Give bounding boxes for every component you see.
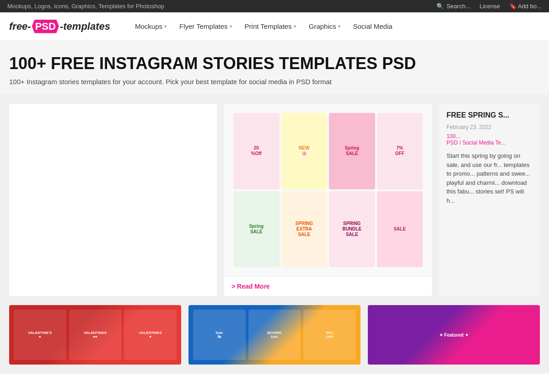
main-content: 20%Off NEW🌸 SpringSALE 7%OFF SpringSALE …: [0, 95, 549, 305]
valentine-card-inner: VALENTINE'S♥ VALENTINES♥♥ VALENTINES♥: [9, 305, 181, 365]
add-bookmark-label: Add bo...: [518, 3, 542, 10]
chevron-down-icon: ▾: [338, 24, 340, 29]
search-area[interactable]: 🔍 Search...: [436, 3, 470, 10]
featured-tag2[interactable]: PSD / Social Media Te...: [447, 140, 506, 146]
spring-card-7: SPRINGBUNDLESALE: [329, 191, 375, 268]
nav-flyer-label: Flyer Templates: [179, 22, 228, 30]
chevron-down-icon: ▾: [230, 24, 232, 29]
valentine-sub-1: VALENTINE'S♥: [14, 310, 66, 360]
license-link[interactable]: License: [479, 3, 500, 10]
spring-card-1: 20%Off: [233, 113, 280, 189]
hero-section: 100+ FREE INSTAGRAM STORIES TEMPLATES PS…: [0, 41, 549, 95]
spring-card-3: SpringSALE: [329, 113, 375, 189]
boxing-sub-2: BOXINGDAY: [248, 310, 301, 360]
featured-description: Start this spring by going on sale, and …: [447, 151, 533, 205]
featured-tags: 100... PSD / Social Media Te...: [447, 133, 533, 146]
main-nav: Mockups ▾ Flyer Templates ▾ Print Templa…: [129, 19, 399, 34]
read-more-link[interactable]: > Read More: [231, 283, 270, 290]
page-subtitle: 100+ Instagram stories templates for you…: [9, 78, 540, 86]
boxing-card-inner: Sale🛍 BOXINGDAY 50%OFF: [188, 305, 361, 365]
nav-mockups-label: Mockups: [135, 22, 162, 30]
card-image-area: 20%Off NEW🌸 SpringSALE 7%OFF SpringSALE …: [224, 104, 432, 276]
logo-psd-box: PSD: [32, 20, 59, 33]
header: free- PSD -templates Mockups ▾ Flyer Tem…: [0, 12, 549, 41]
featured-title: FREE SPRING S...: [447, 111, 533, 119]
spring-card-2: NEW🌸: [281, 113, 328, 189]
add-bookmark-link[interactable]: 🔖 Add bo...: [509, 3, 542, 10]
spring-card-5: SpringSALE: [233, 191, 280, 268]
bookmark-icon: 🔖: [509, 3, 517, 10]
search-icon: 🔍: [436, 3, 444, 10]
spring-card-4: 7%OFF: [377, 113, 423, 189]
nav-print-templates[interactable]: Print Templates ▾: [238, 19, 302, 34]
search-placeholder: Search...: [447, 3, 470, 10]
site-logo[interactable]: free- PSD -templates: [9, 20, 110, 33]
boxing-sub-1: Sale🛍: [193, 310, 246, 360]
top-bar-actions: 🔍 Search... License 🔖 Add bo...: [436, 3, 542, 10]
nav-social-label: Social Media: [353, 22, 393, 30]
chevron-down-icon: ▾: [164, 24, 167, 29]
spring-sale-grid: 20%Off NEW🌸 SpringSALE 7%OFF SpringSALE …: [224, 104, 432, 276]
third-card-inner: ✦ Featured ✦: [368, 305, 540, 365]
featured-date: February 23, 2022: [447, 124, 533, 130]
boxing-sub-3: 50%OFF: [303, 310, 356, 360]
third-card[interactable]: ✦ Featured ✦: [368, 305, 540, 365]
top-bar-tagline: Mockups, Logos, Icons, Graphics, Templat…: [7, 3, 164, 10]
nav-flyer-templates[interactable]: Flyer Templates ▾: [173, 19, 238, 34]
boxing-card[interactable]: Sale🛍 BOXINGDAY 50%OFF: [188, 305, 361, 365]
card-right-panel: FREE SPRING S... February 23, 2022 100..…: [439, 104, 540, 296]
logo-free-text: free-: [9, 21, 31, 32]
nav-print-label: Print Templates: [245, 22, 292, 30]
card-center: 20%Off NEW🌸 SpringSALE 7%OFF SpringSALE …: [224, 104, 432, 296]
nav-graphics-label: Graphics: [309, 22, 336, 30]
nav-graphics[interactable]: Graphics ▾: [302, 19, 347, 34]
valentine-sub-2: VALENTINES♥♥: [69, 310, 122, 360]
valentine-card[interactable]: VALENTINE'S♥ VALENTINES♥♥ VALENTINES♥: [9, 305, 181, 365]
chevron-down-icon: ▾: [294, 24, 296, 29]
card-footer: > Read More: [224, 276, 432, 296]
valentine-sub-3: VALENTINES♥: [124, 310, 177, 360]
third-card-content: ✦ Featured ✦: [439, 333, 468, 338]
spring-card-8: SALE: [377, 191, 423, 268]
spring-card-6: SPRINGEXTRASALE: [281, 191, 328, 268]
card-left: [9, 104, 217, 296]
logo-templates-text: -templates: [60, 21, 110, 32]
nav-social-media[interactable]: Social Media: [347, 19, 399, 34]
featured-tag1[interactable]: 100...: [447, 133, 460, 140]
page-title: 100+ FREE INSTAGRAM STORIES TEMPLATES PS…: [9, 54, 540, 73]
nav-mockups[interactable]: Mockups ▾: [129, 19, 173, 34]
bottom-row: VALENTINE'S♥ VALENTINES♥♥ VALENTINES♥ Sa…: [0, 305, 549, 374]
top-bar: Mockups, Logos, Icons, Graphics, Templat…: [0, 0, 549, 12]
